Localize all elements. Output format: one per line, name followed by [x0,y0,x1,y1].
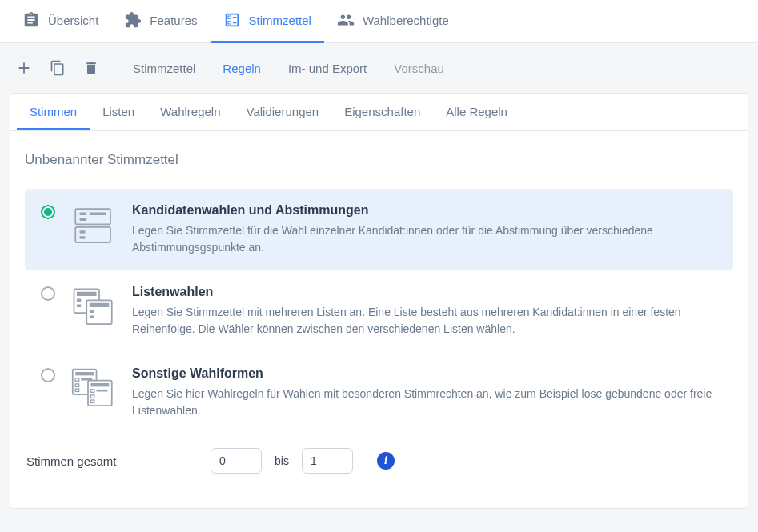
option-icon-other [70,366,118,411]
option-body: Listenwahlen Legen Sie Stimmzettel mit m… [132,285,717,338]
ballot-multi-icon [71,366,116,411]
delete-button[interactable] [77,54,106,82]
plus-icon [15,59,33,77]
nav-overview[interactable]: Übersicht [10,0,111,43]
clipboard-icon [22,11,40,29]
ballot-icon [223,11,241,29]
option-body: Sonstige Wahlformen Legen Sie hier Wahlr… [132,366,717,419]
nav-eligible-label: Wahlberechtigte [363,14,449,27]
total-votes-row: Stimmen gesamt bis i [25,443,733,478]
svg-rect-0 [75,209,110,224]
top-nav: Übersicht Features Stimmzettel Wahlberec… [0,0,758,43]
radio-selected-icon [41,205,55,219]
svg-rect-6 [80,236,86,239]
action-import-export[interactable]: Im- und Export [277,55,378,82]
option-desc: Legen Sie hier Wahlregeln für Wahlen mit… [132,386,717,419]
svg-rect-22 [91,383,110,386]
content-area: Unbenannter Stimmzettel Kan [10,131,748,493]
option-desc: Legen Sie Stimmzettel mit mehreren Liste… [132,304,717,338]
options-group: Kandidatenwahlen und Abstimmungen Legen … [25,189,733,434]
svg-rect-14 [90,316,94,319]
radio-icon [41,286,55,301]
option-icon-list [70,285,118,330]
nav-eligible[interactable]: Wahlberechtigte [324,0,462,43]
option-body: Kandidatenwahlen und Abstimmungen Legen … [132,203,717,256]
option-title: Listenwahlen [132,285,717,299]
total-votes-label: Stimmen gesamt [26,454,201,468]
ballot-lists-icon [71,285,116,330]
svg-rect-3 [80,218,87,221]
total-to-input[interactable] [302,448,353,474]
svg-rect-1 [80,212,87,215]
action-bar: Stimmzettel Regeln Im- und Export Vorsch… [0,43,758,93]
nav-overview-label: Übersicht [48,14,98,27]
option-other-forms[interactable]: Sonstige Wahlformen Legen Sie hier Wahlr… [25,352,733,434]
option-candidate-elections[interactable]: Kandidatenwahlen und Abstimmungen Legen … [25,189,733,270]
svg-rect-2 [90,212,106,215]
nav-features[interactable]: Features [111,0,210,43]
copy-button[interactable] [43,54,72,82]
svg-rect-13 [90,310,94,314]
action-ballots[interactable]: Stimmzettel [122,55,207,82]
card: Stimmen Listen Wahlregeln Validierungen … [10,93,748,509]
tab-rules[interactable]: Wahlregeln [147,94,233,130]
option-list-elections[interactable]: Listenwahlen Legen Sie Stimmzettel mit m… [25,270,733,352]
svg-rect-9 [77,299,81,302]
tab-validations[interactable]: Validierungen [234,94,332,130]
nav-ballots[interactable]: Stimmzettel [211,0,324,43]
copy-icon [50,60,66,76]
svg-rect-12 [90,303,110,307]
add-button[interactable] [10,54,38,82]
people-icon [337,11,355,29]
info-icon[interactable]: i [377,452,395,470]
svg-rect-8 [77,292,97,296]
puzzle-icon [124,11,142,29]
option-title: Sonstige Wahlformen [132,366,717,381]
svg-rect-10 [77,305,81,308]
svg-rect-5 [80,230,86,234]
trash-icon [83,60,99,76]
ballot-single-icon [71,203,116,248]
total-from-input[interactable] [211,448,262,474]
tab-lists[interactable]: Listen [90,94,147,130]
action-preview[interactable]: Vorschau [383,55,455,82]
svg-rect-4 [75,227,110,242]
svg-rect-24 [97,390,108,392]
radio-icon [41,368,55,382]
option-desc: Legen Sie Stimmzettel für die Wahl einze… [132,222,717,256]
action-rules[interactable]: Regeln [211,55,272,82]
option-title: Kandidatenwahlen und Abstimmungen [132,203,717,218]
option-icon-candidate [70,203,118,248]
page-title: Unbenannter Stimmzettel [25,152,733,168]
nav-ballots-label: Stimmzettel [249,14,311,27]
inner-tabs: Stimmen Listen Wahlregeln Validierungen … [10,94,748,131]
tab-properties[interactable]: Eigenschaften [331,94,433,130]
nav-features-label: Features [150,14,197,27]
tab-votes[interactable]: Stimmen [17,94,90,130]
total-between-label: bis [271,454,292,467]
tab-all-rules[interactable]: Alle Regeln [433,94,520,130]
svg-rect-16 [75,372,94,375]
